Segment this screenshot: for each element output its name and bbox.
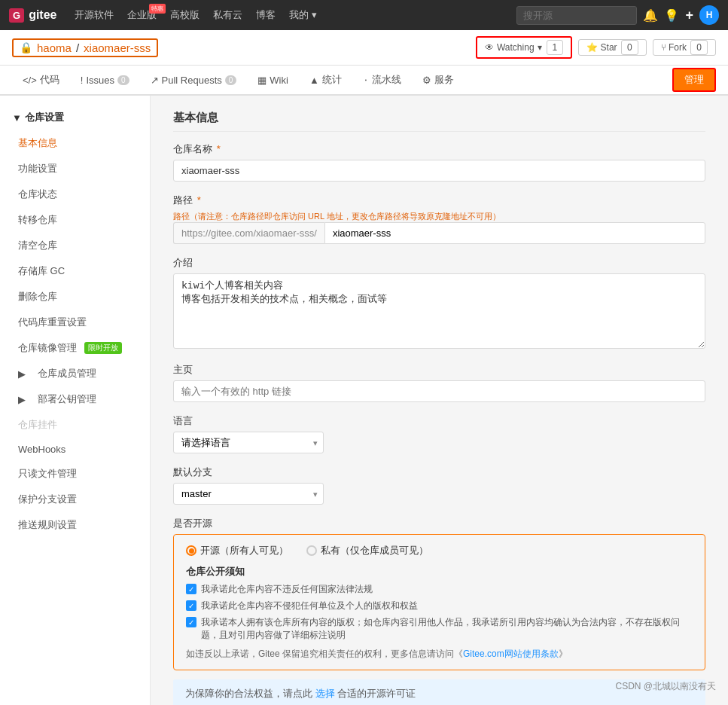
issues-count: 0 <box>117 75 129 85</box>
repo-separator: / <box>76 41 79 54</box>
tab-services[interactable]: ⚙ 服务 <box>412 66 465 96</box>
path-prefix: https://gitee.com/xiaomaer-sss/ <box>173 222 324 244</box>
sidebar-item-basicinfo[interactable]: 基本信息 <box>0 130 150 156</box>
path-input-row: https://gitee.com/xiaomaer-sss/ <box>173 222 705 244</box>
lock-icon: 🔒 <box>20 41 32 53</box>
radio-open[interactable]: 开源（所有人可见） <box>186 544 288 557</box>
repo-tabs: </> 代码 ! Issues 0 ↗ Pull Requests 0 ▦ Wi… <box>0 66 728 96</box>
logo-g-icon: G <box>9 8 24 23</box>
tab-code[interactable]: </> 代码 <box>12 66 70 96</box>
sidebar-item-functions[interactable]: 功能设置 <box>0 156 150 182</box>
watching-label: Watching <box>497 42 535 53</box>
avatar[interactable]: H <box>699 5 719 25</box>
nav-opensource[interactable]: 开源软件 <box>69 5 120 25</box>
sidebar-item-readonly[interactable]: 只读文件管理 <box>0 461 150 487</box>
star-button[interactable]: ⭐ Star 0 <box>578 39 646 56</box>
sidebar-item-protectbranch[interactable]: 保护分支设置 <box>0 487 150 512</box>
tab-wiki[interactable]: ▦ Wiki <box>247 67 299 95</box>
repo-name-label: 仓库名称 * <box>173 142 705 156</box>
search-input[interactable] <box>516 6 637 25</box>
tab-issues[interactable]: ! Issues 0 <box>70 67 140 95</box>
code-icon: </> <box>23 75 37 86</box>
radio-private-label: 私有（仅仓库成员可见） <box>321 544 428 557</box>
form-intro: 介绍 kiwi个人博客相关内容 博客包括开发相关的技术点，相关概念，面试等 <box>173 256 705 351</box>
sidebar-item-pushrules[interactable]: 推送规则设置 <box>0 512 150 538</box>
branch-select-wrapper: master main develop ▾ <box>173 483 324 505</box>
repo-owner-link[interactable]: haoma <box>37 41 72 54</box>
checkbox-2[interactable]: ✓ <box>186 600 196 611</box>
language-select[interactable]: 请选择语言 JavaScript Python Java Go <box>173 432 324 453</box>
tab-issues-label: Issues <box>86 75 114 86</box>
homepage-label: 主页 <box>173 363 705 377</box>
watch-button[interactable]: 👁 Watching ▾ 1 <box>476 36 572 59</box>
form-language: 语言 请选择语言 JavaScript Python Java Go ▾ <box>173 414 705 453</box>
nav-blog[interactable]: 博客 <box>250 5 282 25</box>
repo-name-input[interactable] <box>173 160 705 182</box>
members-arrow: ▶ <box>18 368 26 380</box>
tab-pr-label: Pull Requests <box>162 75 222 86</box>
path-input[interactable] <box>324 222 705 244</box>
homepage-input[interactable] <box>173 380 705 402</box>
tab-services-label: 服务 <box>434 73 454 87</box>
sidebar-item-delete[interactable]: 删除仓库 <box>0 284 150 310</box>
path-hint: 路径（请注意：仓库路径即仓库访问 URL 地址，更改仓库路径将导致原克隆地址不可… <box>173 211 705 222</box>
nav-mine[interactable]: 我的 ▾ <box>283 5 323 25</box>
radio-private[interactable]: 私有（仅仓库成员可见） <box>306 544 428 557</box>
tab-stats[interactable]: ▲ 统计 <box>299 66 352 96</box>
tab-pullrequests[interactable]: ↗ Pull Requests 0 <box>140 67 248 95</box>
opensource-section: 开源（所有人可见） 私有（仅仓库成员可见） 仓库公开须知 ✓ 我承诺此仓库内容不… <box>173 534 705 670</box>
terms-link[interactable]: Gitee.com网站使用条款 <box>463 649 559 659</box>
checkbox-3[interactable]: ✓ <box>186 617 196 627</box>
fork-button[interactable]: ⑂ Fork 0 <box>653 39 716 56</box>
logo[interactable]: G gitee <box>9 8 56 23</box>
repo-header: 🔒 haoma / xiaomaer-sss 👁 Watching ▾ 1 ⭐ … <box>0 30 728 66</box>
tab-stats-label: 统计 <box>322 73 342 87</box>
tab-pipeline-label: 流水线 <box>372 73 401 87</box>
bell-icon[interactable]: 🔔 <box>643 8 658 23</box>
sidebar-item-mirror[interactable]: 仓库镜像管理 限时开放 <box>0 335 150 361</box>
sidebar-item-deploykeys[interactable]: ▶ 部署公钥管理 <box>0 386 150 412</box>
sidebar: ▼ 仓库设置 基本信息 功能设置 仓库状态 转移仓库 清空仓库 存储库 GC 删… <box>0 96 151 705</box>
sidebar-item-webhooks[interactable]: WebHooks <box>0 438 150 461</box>
watch-count: 1 <box>547 40 564 55</box>
tab-pipeline[interactable]: ⬝ 流水线 <box>352 66 412 96</box>
repo-name-required: * <box>217 143 221 154</box>
checkbox-label-1: 我承诺此仓库内容不违反任何国家法律法规 <box>201 583 373 596</box>
radio-open-label: 开源（所有人可见） <box>200 544 288 557</box>
radio-open-dot <box>186 545 196 556</box>
sidebar-collapse-arrow: ▼ <box>12 112 22 124</box>
plus-icon[interactable]: + <box>685 8 693 23</box>
sidebar-item-widgets: 仓库挂件 <box>0 412 150 438</box>
path-required: * <box>197 194 201 206</box>
sidebar-item-transfer[interactable]: 转移仓库 <box>0 207 150 233</box>
path-label: 路径 * <box>173 194 705 207</box>
fork-count: 0 <box>690 40 708 55</box>
sidebar-item-clear[interactable]: 清空仓库 <box>0 233 150 258</box>
checkbox-label-2: 我承诺此仓库内容不侵犯任何单位及个人的版权和权益 <box>201 600 418 612</box>
lamp-icon[interactable]: 💡 <box>664 8 679 23</box>
repo-name-link[interactable]: xiaomaer-sss <box>84 41 151 54</box>
sidebar-item-reset[interactable]: 代码库重置设置 <box>0 310 150 335</box>
tab-manage-button[interactable]: 管理 <box>672 68 716 92</box>
sidebar-item-status[interactable]: 仓库状态 <box>0 182 150 207</box>
nav-enterprise[interactable]: 企业版 特惠 <box>121 5 163 25</box>
sidebar-item-members[interactable]: ▶ 仓库成员管理 <box>0 361 150 386</box>
logo-text: gitee <box>29 8 56 22</box>
sidebar-item-gc[interactable]: 存储库 GC <box>0 258 150 284</box>
nav-university[interactable]: 高校版 <box>164 5 206 25</box>
form-repo-name: 仓库名称 * <box>173 142 705 182</box>
opensource-label: 是否开源 <box>173 517 705 530</box>
star-count: 0 <box>621 40 638 55</box>
branch-select[interactable]: master main develop <box>173 483 324 505</box>
checkbox-1[interactable]: ✓ <box>186 584 196 594</box>
pr-icon: ↗ <box>151 75 159 86</box>
pipeline-icon: ⬝ <box>363 75 369 86</box>
intro-textarea[interactable]: kiwi个人博客相关内容 博客包括开发相关的技术点，相关概念，面试等 <box>173 273 705 349</box>
issues-icon: ! <box>81 75 84 86</box>
branch-label: 默认分支 <box>173 465 705 479</box>
license-select-link[interactable]: 选择 <box>315 688 335 699</box>
stats-icon: ▲ <box>309 75 319 86</box>
tab-wiki-label: Wiki <box>270 75 288 86</box>
wiki-icon: ▦ <box>257 75 267 86</box>
nav-privatecloud[interactable]: 私有云 <box>207 5 248 25</box>
